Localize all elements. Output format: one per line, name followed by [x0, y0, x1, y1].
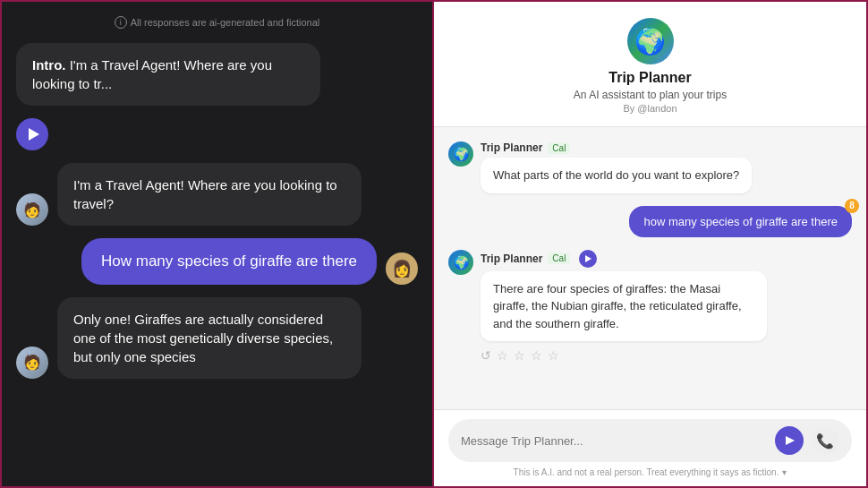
- right-agent-msg-1: 🌍 Trip Planner Cal What parts of the wor…: [448, 141, 852, 193]
- star-3[interactable]: ☆: [531, 348, 542, 363]
- intro-text: I'm a Travel Agent! Where are you lookin…: [32, 57, 272, 91]
- user-avatar: 👩: [386, 253, 418, 285]
- send-icon: [786, 436, 795, 445]
- agent-name-2: Trip Planner: [481, 253, 542, 265]
- right-panel: 🌍 Trip Planner An AI assistant to plan y…: [434, 0, 868, 488]
- agent-avatar: 🧑: [16, 193, 48, 226]
- left-panel: i All responses are ai-generated and fic…: [0, 0, 434, 488]
- right-user-text: how many species of giraffe are there: [643, 215, 838, 228]
- right-user-bubble: 8 how many species of giraffe are there: [629, 206, 852, 237]
- right-agent-avatar-2: 🌍: [448, 250, 473, 275]
- right-user-msg: 8 how many species of giraffe are there: [448, 206, 852, 237]
- cal-badge-1: Cal: [548, 142, 570, 154]
- right-footer: 📞 This is A.I. and not a real person. Tr…: [434, 409, 866, 486]
- right-header: 🌍 Trip Planner An AI assistant to plan y…: [434, 2, 866, 127]
- agent-avatar-circle-2: 🧑: [16, 347, 48, 379]
- right-agent-avatar-1: 🌍: [448, 141, 473, 167]
- intro-bubble: Intro. I'm a Travel Agent! Where are you…: [16, 43, 320, 106]
- unread-badge: 8: [845, 199, 859, 213]
- agent-msg-2-text: There are four species of giraffes: the …: [493, 282, 742, 330]
- play-button[interactable]: [16, 118, 48, 150]
- play-small-icon: [585, 255, 591, 262]
- intro-bold: Intro.: [32, 57, 66, 73]
- star-1[interactable]: ☆: [497, 348, 508, 363]
- agent-avatar-circle: 🧑: [16, 193, 48, 226]
- disclaimer-text: This is A.I. and not a real person. Trea…: [514, 467, 779, 477]
- right-messages: 🌍 Trip Planner Cal What parts of the wor…: [434, 127, 866, 409]
- agent-label-row-2: Trip Planner Cal: [481, 250, 767, 268]
- agent-name-1: Trip Planner: [481, 141, 542, 154]
- message-input-row: 📞: [448, 419, 852, 462]
- phone-button[interactable]: 📞: [811, 426, 839, 455]
- agent-label-row-1: Trip Planner Cal: [481, 141, 752, 154]
- globe-icon: 🌍: [627, 18, 674, 64]
- user-giraffe-row: How many species of giraffe are there 👩: [16, 238, 418, 285]
- trip-planner-by: By @landon: [623, 103, 677, 114]
- agent-bubble-1: What parts of the world do you want to e…: [481, 158, 752, 193]
- message-input[interactable]: [461, 434, 768, 448]
- play-row: [16, 118, 418, 150]
- agent-bubble-2: There are four species of giraffes: the …: [481, 271, 767, 342]
- send-button[interactable]: [775, 426, 804, 455]
- play-small-button[interactable]: [579, 250, 597, 268]
- phone-icon: 📞: [816, 432, 834, 449]
- trip-planner-subtitle: An AI assistant to plan your trips: [574, 89, 727, 101]
- agent-giraffe-bubble: Only one! Giraffes are actually consider…: [57, 297, 362, 379]
- right-agent-msg-2: 🌍 Trip Planner Cal There are four specie…: [448, 250, 852, 364]
- play-icon: [29, 128, 39, 141]
- right-agent-content-2: Trip Planner Cal There are four species …: [481, 250, 767, 364]
- chevron-down-icon: ▾: [782, 467, 787, 477]
- refresh-icon[interactable]: ↺: [481, 348, 491, 363]
- agent-giraffe-row: 🧑 Only one! Giraffes are actually consid…: [16, 297, 418, 379]
- agent-travel-row: 🧑 I'm a Travel Agent! Where are you look…: [16, 163, 418, 226]
- user-giraffe-text: How many species of giraffe are there: [101, 253, 357, 270]
- star-row: ↺ ☆ ☆ ☆ ☆: [481, 348, 767, 363]
- star-2[interactable]: ☆: [514, 348, 525, 363]
- agent-giraffe-text: Only one! Giraffes are actually consider…: [73, 312, 333, 364]
- agent-avatar-2: 🧑: [16, 347, 48, 379]
- agent-msg-1-text: What parts of the world do you want to e…: [493, 168, 739, 182]
- right-agent-content-1: Trip Planner Cal What parts of the world…: [481, 141, 752, 193]
- agent-travel-bubble: I'm a Travel Agent! Where are you lookin…: [57, 163, 362, 226]
- disclaimer: This is A.I. and not a real person. Trea…: [448, 467, 852, 477]
- user-giraffe-bubble: How many species of giraffe are there: [81, 238, 377, 285]
- left-chat-messages: Intro. I'm a Travel Agent! Where are you…: [16, 43, 418, 472]
- trip-planner-title: Trip Planner: [608, 70, 691, 86]
- info-icon: i: [115, 16, 127, 29]
- ai-notice-text: All responses are ai-generated and ficti…: [131, 17, 320, 28]
- cal-badge-2: Cal: [548, 253, 570, 264]
- agent-travel-text: I'm a Travel Agent! Where are you lookin…: [73, 177, 337, 211]
- ai-notice: i All responses are ai-generated and fic…: [16, 16, 418, 29]
- star-4[interactable]: ☆: [548, 348, 559, 363]
